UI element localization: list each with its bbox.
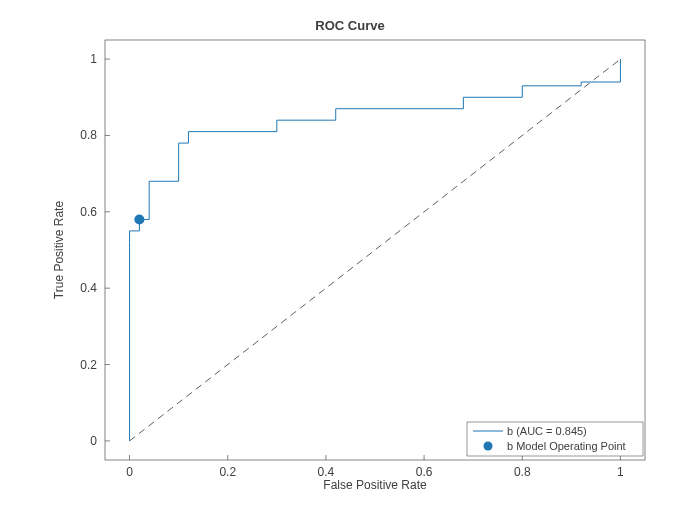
operating-point-marker [134, 214, 144, 224]
y-tick-label: 0.6 [80, 205, 97, 219]
y-tick-label: 0 [90, 434, 97, 448]
x-tick-label: 0 [126, 465, 133, 479]
y-tick-label: 1 [90, 52, 97, 66]
legend-entry-label: b Model Operating Point [507, 440, 626, 452]
x-tick-label: 0.4 [318, 465, 335, 479]
x-tick-label: 1 [617, 465, 624, 479]
legend-swatch-marker [484, 442, 493, 451]
x-ticks: 0 0.2 0.4 0.6 0.8 1 [126, 455, 624, 479]
y-tick-label: 0.4 [80, 281, 97, 295]
y-tick-label: 0.8 [80, 128, 97, 142]
x-tick-label: 0.6 [416, 465, 433, 479]
x-tick-label: 0.2 [219, 465, 236, 479]
reference-diagonal [130, 59, 621, 441]
figure: ROC Curve 0 0.2 0.4 0.6 0.8 1 [0, 0, 700, 525]
legend: b (AUC = 0.845) b Model Operating Point [467, 422, 643, 456]
axes: 0 0.2 0.4 0.6 0.8 1 0 0.2 0.4 [105, 40, 645, 460]
axis-frame [105, 40, 645, 460]
x-axis-label: False Positive Rate [105, 478, 645, 492]
x-tick-label: 0.8 [514, 465, 531, 479]
y-axis-label: True Positive Rate [52, 40, 68, 460]
y-tick-label: 0.2 [80, 358, 97, 372]
y-ticks: 0 0.2 0.4 0.6 0.8 1 [80, 52, 110, 448]
chart-title: ROC Curve [0, 18, 700, 33]
legend-entry-label: b (AUC = 0.845) [507, 425, 587, 437]
